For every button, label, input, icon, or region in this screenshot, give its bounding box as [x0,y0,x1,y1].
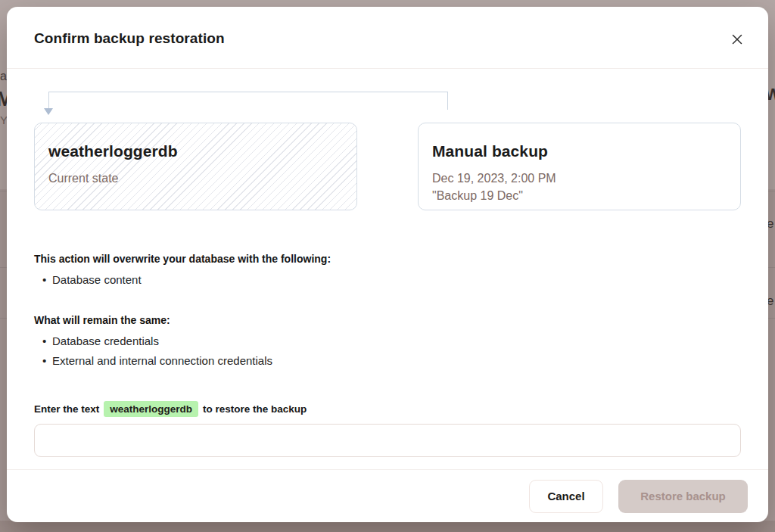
overwrite-list: Database content [34,270,741,290]
connector-line [48,92,448,110]
confirm-text-label: Enter the text weatherloggerdb to restor… [34,401,741,417]
current-state-card: weatherloggerdb Current state [34,123,357,210]
confirm-label-prefix: Enter the text [34,403,99,415]
dialog-footer: Cancel Restore backup [7,469,768,522]
overwrite-heading: This action will overwrite your database… [34,253,741,265]
backup-label: "Backup 19 Dec" [432,187,727,204]
cancel-button[interactable]: Cancel [529,480,603,513]
background-text-fragment: a [0,70,7,83]
close-button[interactable] [729,32,745,48]
overwrite-section: This action will overwrite your database… [34,253,741,290]
close-icon [732,34,742,47]
confirm-label-suffix: to restore the backup [203,403,307,415]
remain-list: Database credentials External and intern… [34,331,741,371]
current-state-caption: Current state [48,170,343,187]
confirm-token-highlight: weatherloggerdb [104,401,198,417]
arrow-down-icon [44,108,53,115]
dialog-title: Confirm backup restoration [27,30,748,47]
remain-heading: What will remain the same: [34,314,741,326]
list-item: Database content [34,270,741,290]
dialog-body: weatherloggerdb Current state Manual bac… [7,69,768,469]
database-name: weatherloggerdb [48,142,343,160]
list-item: External and internal connection credent… [34,351,741,371]
list-item: Database credentials [34,331,741,351]
remain-section: What will remain the same: Database cred… [34,314,741,371]
restore-flow-connector [34,92,741,116]
state-diagram: weatherloggerdb Current state Manual bac… [34,123,741,210]
confirm-text-input[interactable] [34,424,741,457]
backup-timestamp: Dec 19, 2023, 2:00 PM [432,170,727,187]
confirm-backup-restoration-dialog: Confirm backup restoration weatherlogger… [7,7,768,522]
dialog-header: Confirm backup restoration [7,7,768,69]
restore-backup-button[interactable]: Restore backup [618,480,748,513]
manual-backup-card: Manual backup Dec 19, 2023, 2:00 PM "Bac… [418,123,741,210]
backup-type-title: Manual backup [432,142,727,160]
